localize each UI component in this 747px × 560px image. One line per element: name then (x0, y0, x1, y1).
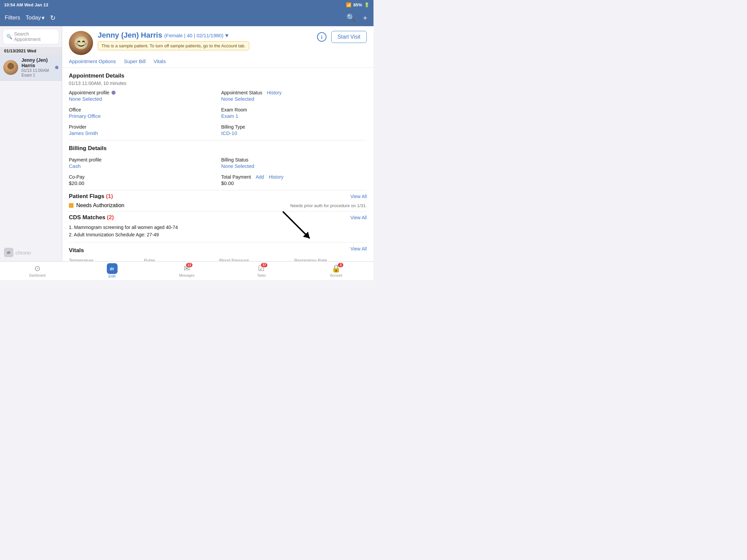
dashboard-icon: ⊙ (34, 264, 40, 273)
appointment-info: Jenny (Jen) Harris 01/13 11:00AM Exam 1 (22, 57, 52, 78)
flag-note: Needs prior auth for procedure on 1/31. (290, 203, 367, 208)
billing-details-title: Billing Details (69, 140, 367, 153)
patient-header: Jenny (Jen) Harris (Female | 40 | 02/11/… (62, 26, 374, 68)
appointment-profile-value[interactable]: None Selected (69, 96, 215, 102)
tab-appointment-options[interactable]: Appointment Options (69, 58, 116, 68)
ehr-icon: dr (107, 263, 118, 274)
tab-vitals[interactable]: Vitals (154, 58, 165, 68)
info-button[interactable]: i (317, 32, 327, 42)
sidebar-logo: dr chrono (0, 244, 62, 261)
total-payment-value: $0.00 (221, 180, 367, 186)
drchrono-logo-icon: dr (4, 248, 14, 257)
total-payment-label: Total Payment Add History (221, 174, 367, 180)
vitals-title: Vitals (69, 242, 84, 255)
add-payment-link[interactable]: Add (256, 174, 264, 180)
tab-dashboard[interactable]: ⊙ Dashboard (0, 264, 75, 277)
content-body: Appointment Details 01/13 11:00AM, 10 mi… (62, 68, 374, 261)
search-input-label: Search Appointment (14, 31, 55, 42)
exam-room-cell: Exam Room Exam 1 (221, 107, 367, 119)
tab-ehr[interactable]: dr EHR (75, 263, 149, 278)
vitals-pulse-label: Pulse (144, 258, 217, 261)
payment-profile-value[interactable]: Cash (69, 163, 215, 169)
vitals-rr-label: Respiratory Rate (294, 258, 367, 261)
appointment-status-history-link[interactable]: History (267, 90, 282, 95)
search-icon: 🔍 (6, 34, 12, 39)
tab-bar: ⊙ Dashboard dr EHR ✉ 13 Messages ☑ 37 Ta… (0, 261, 374, 280)
billing-type-value[interactable]: ICD-10 (221, 130, 367, 136)
appointment-datetime: 01/13 11:00AM, 10 minutes (69, 81, 367, 86)
appointment-time: 01/13 11:00AM (22, 68, 52, 73)
total-payment-history-link[interactable]: History (269, 174, 283, 180)
patient-tabs: Appointment Options Super Bill Vitals (69, 58, 367, 68)
battery-icon: 🔋 (364, 2, 369, 7)
billing-status-cell: Billing Status None Selected (221, 157, 367, 169)
status-time: 10:54 AM Wed Jan 13 (4, 2, 48, 7)
cds-item-2: 2. Adult Immunization Schedule Age: 27-4… (69, 231, 367, 238)
ehr-label: EHR (108, 275, 115, 278)
appointment-status-cell: Appointment Status History None Selected (221, 90, 367, 102)
account-label: Account (330, 274, 342, 277)
appointment-item[interactable]: Jenny (Jen) Harris 01/13 11:00AM Exam 1 (0, 55, 62, 81)
payment-profile-cell: Payment profile Cash (69, 157, 215, 169)
provider-cell: Provider James Smith (69, 124, 215, 136)
start-visit-button[interactable]: Start Visit (331, 31, 367, 43)
exam-room-value[interactable]: Exam 1 (221, 113, 367, 119)
billing-type-cell: Billing Type ICD-10 (221, 124, 367, 136)
cds-matches-count: (2) (107, 214, 114, 220)
patient-avatar-small (3, 60, 18, 75)
patient-flags-row: Patient Flags (1) View All (69, 193, 367, 200)
dashboard-label: Dashboard (29, 274, 46, 277)
patient-flags-view-all[interactable]: View All (350, 194, 367, 199)
cds-items: 1. Mammogram screening for all women age… (69, 223, 367, 239)
sidebar: 🔍 Search Appointment 01/13/2021 Wed Jenn… (0, 26, 62, 261)
payment-profile-label: Payment profile (69, 157, 215, 162)
patient-chevron-icon[interactable]: ▾ (225, 32, 228, 38)
patient-flags-count: (1) (106, 193, 113, 199)
appointment-profile-label: Appointment profile (69, 90, 215, 95)
total-payment-cell: Total Payment Add History $0.00 (221, 174, 367, 186)
copay-label: Co-Pay (69, 174, 215, 180)
appointment-dot (55, 66, 58, 69)
tab-messages[interactable]: ✉ 13 Messages (150, 264, 224, 277)
tab-tasks[interactable]: ☑ 37 Tasks (224, 264, 299, 277)
appointment-status-value[interactable]: None Selected (221, 96, 367, 102)
provider-value[interactable]: James Smith (69, 130, 215, 136)
billing-type-label: Billing Type (221, 124, 367, 130)
cds-matches-title: CDS Matches (69, 210, 105, 222)
main-content: Jenny (Jen) Harris (Female | 40 | 02/11/… (62, 26, 374, 261)
tasks-icon: ☑ 37 (258, 264, 265, 273)
billing-status-label: Billing Status (221, 157, 367, 162)
messages-icon: ✉ 13 (184, 264, 190, 273)
patient-avatar (69, 31, 93, 55)
tab-super-bill[interactable]: Super Bill (124, 58, 146, 68)
cds-view-all[interactable]: View All (350, 215, 367, 220)
profile-dot (111, 91, 115, 95)
cds-matches-row: CDS Matches (2) View All (69, 214, 367, 221)
appointment-details-grid: Appointment profile None Selected Appoin… (69, 90, 367, 136)
tasks-label: Tasks (257, 274, 266, 277)
search-bar[interactable]: 🔍 Search Appointment (3, 29, 59, 44)
account-icon: 🔒 3 (332, 264, 341, 273)
tab-account[interactable]: 🔒 3 Account (299, 264, 374, 277)
refresh-button[interactable]: ↻ (50, 14, 56, 22)
battery-level: 85% (353, 2, 362, 7)
appointment-patient-name: Jenny (Jen) Harris (22, 57, 52, 68)
vitals-view-all[interactable]: View All (350, 246, 367, 251)
flag-icon (69, 203, 74, 208)
exam-room-label: Exam Room (221, 107, 367, 112)
appointment-status-label: Appointment Status History (221, 90, 367, 95)
search-button[interactable]: 🔍 (346, 14, 355, 22)
patient-flags-detail: Needs Authorization Needs prior auth for… (69, 203, 367, 209)
date-header: 01/13/2021 Wed (0, 47, 62, 55)
nav-bar: Filters Today▾ ↻ 🔍 ＋ (0, 9, 374, 26)
appointment-room: Exam 1 (22, 73, 52, 78)
add-button[interactable]: ＋ (361, 13, 369, 23)
filters-button[interactable]: Filters (5, 15, 20, 21)
sample-patient-notice: This is a sample patient. To turn off sa… (98, 41, 249, 50)
vitals-header: Vitals View All (69, 242, 367, 255)
patient-name[interactable]: Jenny (Jen) Harris (Female | 40 | 02/11/… (98, 31, 249, 39)
office-value[interactable]: Primary Office (69, 113, 215, 119)
billing-status-value[interactable]: None Selected (221, 163, 367, 169)
today-button[interactable]: Today▾ (26, 15, 44, 22)
tasks-badge: 37 (261, 263, 267, 267)
